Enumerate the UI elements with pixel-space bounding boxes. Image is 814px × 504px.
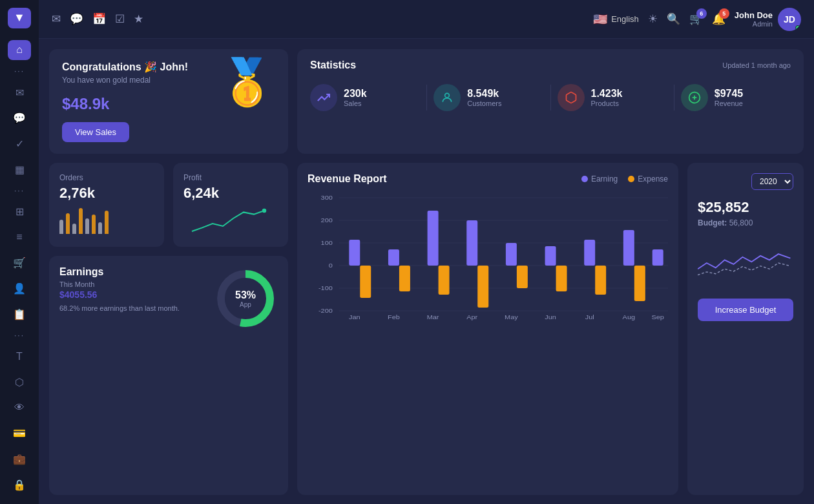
products-label: Products xyxy=(591,100,623,107)
legend-earning: Earning xyxy=(581,174,618,184)
orders-label: Orders xyxy=(59,173,154,182)
language-selector[interactable]: 🇺🇸 English xyxy=(593,12,639,26)
sidebar-item-calendar[interactable]: ▦ xyxy=(8,159,31,180)
stat-customers: 8.549k Customers xyxy=(433,84,543,111)
orders-profit-earnings-col: Orders 2,76k xyxy=(49,163,288,495)
sidebar-item-chat[interactable]: 💬 xyxy=(8,108,31,129)
congratulations-card: 🥇 Congratulations 🎉 John! You have won g… xyxy=(49,49,288,154)
svg-text:Jan: Jan xyxy=(349,314,360,320)
main-content: ✉ 💬 📅 ☑ ★ 🇺🇸 English ☀ 🔍 🛒 6 🔔 5 xyxy=(39,0,814,504)
sidebar-item-user[interactable]: 👤 xyxy=(8,278,31,299)
dashboard-content: 🥇 Congratulations 🎉 John! You have won g… xyxy=(39,39,814,504)
svg-text:Mar: Mar xyxy=(427,314,440,320)
expense-dot xyxy=(628,176,634,182)
earnings-donut: 53% App xyxy=(213,266,278,331)
revenue-title: Revenue Report xyxy=(308,173,387,185)
bar-1 xyxy=(59,220,63,234)
sidebar-item-check[interactable]: ✓ xyxy=(8,134,31,154)
star-icon[interactable]: ★ xyxy=(134,12,143,26)
budget-label: Budget: 56,800 xyxy=(698,218,793,227)
sidebar-item-home[interactable]: ⌂ xyxy=(8,40,31,61)
svg-text:100: 100 xyxy=(321,240,333,246)
calendar-icon[interactable]: 📅 xyxy=(92,12,106,26)
view-sales-button[interactable]: View Sales xyxy=(62,122,129,142)
bar-5 xyxy=(85,218,89,234)
task-icon[interactable]: ☑ xyxy=(115,12,125,26)
sales-icon xyxy=(310,84,337,111)
svg-rect-22 xyxy=(388,249,399,266)
avatar[interactable]: JD xyxy=(778,8,801,31)
stat-customers-text: 8.549k Customers xyxy=(467,88,501,107)
statistics-items: 230k Sales 8.549k Customers xyxy=(310,84,791,111)
stat-sales: 230k Sales xyxy=(310,84,420,111)
svg-text:Jun: Jun xyxy=(545,314,556,320)
cart-badge: 6 xyxy=(696,8,707,19)
stat-products-text: 1.423k Products xyxy=(591,88,623,107)
revenue-label: Revenue xyxy=(715,100,744,107)
expense-label: Expense xyxy=(638,174,668,184)
svg-text:Jul: Jul xyxy=(585,314,594,320)
mail-icon[interactable]: ✉ xyxy=(52,12,61,26)
svg-rect-29 xyxy=(652,249,663,266)
customers-icon xyxy=(433,84,461,111)
notification-icon[interactable]: 🔔 5 xyxy=(712,12,725,26)
svg-text:Sep: Sep xyxy=(652,314,665,320)
svg-rect-25 xyxy=(506,243,517,266)
sidebar-item-report[interactable]: 📋 xyxy=(8,304,31,324)
stat-divider-2 xyxy=(550,85,551,110)
search-icon[interactable]: 🔍 xyxy=(667,12,680,26)
revenue-card: Revenue Report Earning Expense xyxy=(297,163,678,495)
language-label: English xyxy=(611,14,639,24)
medal-icon: 🥇 xyxy=(219,56,275,109)
theme-icon[interactable]: ☀ xyxy=(648,12,658,26)
svg-rect-33 xyxy=(477,266,488,308)
increase-budget-button[interactable]: Increase Budget xyxy=(698,299,793,321)
earnings-card: Earnings This Month $4055.56 68.2% more … xyxy=(49,256,288,495)
donut-percent: 53% xyxy=(235,289,256,301)
sidebar-logo[interactable]: ▼ xyxy=(8,8,31,28)
stat-products: 1.423k Products xyxy=(558,84,667,111)
topbar-nav-icons: ✉ 💬 📅 ☑ ★ xyxy=(52,12,583,26)
sidebar-dots-3: ··· xyxy=(14,331,25,340)
svg-rect-26 xyxy=(545,246,556,266)
statistics-header: Statistics Updated 1 month ago xyxy=(310,59,791,71)
earning-dot xyxy=(581,176,588,182)
sidebar-item-flask[interactable]: ⬡ xyxy=(8,372,31,393)
sidebar: ▼ ⌂ ··· ✉ 💬 ✓ ▦ ··· ⊞ ≡ 🛒 👤 📋 ··· T ⬡ 👁 … xyxy=(0,0,39,504)
svg-text:Feb: Feb xyxy=(388,314,400,320)
sidebar-item-cart[interactable]: 🛒 xyxy=(8,253,31,273)
svg-rect-24 xyxy=(466,220,477,266)
svg-text:Aug: Aug xyxy=(623,314,635,320)
budget-amount: $25,852 xyxy=(698,199,793,216)
stat-revenue: $9745 Revenue xyxy=(681,84,791,111)
stat-divider-3 xyxy=(674,85,674,110)
statistics-card: Statistics Updated 1 month ago 230k Sale… xyxy=(297,49,804,154)
svg-point-0 xyxy=(445,93,450,98)
orders-chart xyxy=(59,208,154,234)
earnings-amount: $4055.56 xyxy=(59,289,180,300)
revenue-header: Revenue Report Earning Expense xyxy=(308,173,668,185)
sidebar-item-doc[interactable]: ≡ xyxy=(8,227,31,247)
bar-8 xyxy=(105,211,109,234)
sidebar-item-grid[interactable]: ⊞ xyxy=(8,202,31,222)
chat-icon[interactable]: 💬 xyxy=(70,12,83,26)
stat-divider-1 xyxy=(426,85,427,110)
earnings-text: Earnings This Month $4055.56 68.2% more … xyxy=(59,266,180,313)
sidebar-item-lock[interactable]: 🔒 xyxy=(8,474,31,495)
sidebar-item-briefcase[interactable]: 💼 xyxy=(8,449,31,470)
year-selector[interactable]: 2020 2021 2022 xyxy=(751,173,793,190)
bar-4 xyxy=(79,208,83,234)
user-name: John Doe xyxy=(735,10,773,20)
svg-text:May: May xyxy=(505,314,518,320)
budget-card: 2020 2021 2022 $25,852 Budget: 56,800 In… xyxy=(687,163,804,495)
svg-text:-100: -100 xyxy=(318,285,333,291)
user-profile[interactable]: John Doe Admin JD xyxy=(735,8,801,31)
svg-rect-28 xyxy=(623,230,634,266)
sidebar-item-eye[interactable]: 👁 xyxy=(8,397,31,418)
sidebar-item-card[interactable]: 💳 xyxy=(8,423,31,444)
sidebar-item-text[interactable]: T xyxy=(8,346,31,367)
cart-icon[interactable]: 🛒 6 xyxy=(689,12,703,26)
products-icon xyxy=(558,84,585,111)
sidebar-item-mail[interactable]: ✉ xyxy=(8,82,31,103)
profit-chart xyxy=(183,208,278,234)
